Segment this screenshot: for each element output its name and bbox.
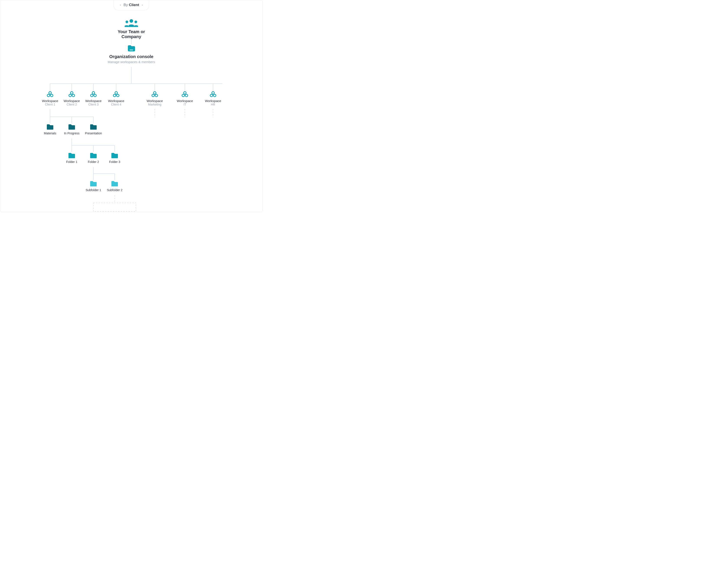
workspace-icon — [90, 91, 97, 97]
folder-icon — [68, 152, 76, 159]
workspace-client2: Workspace Client 2 — [61, 91, 82, 106]
workspace-sub: Client 4 — [111, 103, 121, 106]
workspace-title: Workspace — [177, 99, 193, 103]
workspace-marketing: Workspace Marketing — [144, 91, 165, 106]
workspace-icon — [47, 91, 53, 97]
folder-title: Materials — [44, 132, 56, 135]
folder-subfolder2: Subfolder 2 — [104, 181, 125, 192]
workspace-icon — [113, 91, 119, 97]
org-console-sub: Manage workspaces & members — [108, 60, 155, 64]
workspace-sub: Client 3 — [88, 103, 98, 106]
folder-title: Folder 1 — [66, 160, 77, 164]
folder-folder2: Folder 2 — [84, 152, 103, 164]
dot-icon — [142, 4, 143, 6]
workspace-icon — [182, 91, 188, 97]
folder-materials: Materials — [40, 124, 60, 135]
tab-label: By Client — [123, 3, 139, 7]
folder-folder1: Folder 1 — [62, 152, 81, 164]
folder-icon — [111, 181, 119, 187]
workspace-sub: Marketing — [148, 103, 161, 106]
workspace-icon — [151, 91, 158, 97]
org-console: Organization console Manage workspaces &… — [99, 44, 164, 64]
workspace-title: Workspace — [64, 99, 80, 103]
workspace-sub: IT — [184, 103, 186, 106]
dot-icon — [120, 4, 121, 6]
workspace-hr: Workspace HR — [203, 91, 224, 106]
svg-rect-25 — [93, 203, 136, 211]
folder-title: In Progress — [64, 132, 79, 135]
folder-icon — [111, 152, 119, 159]
folder-title: Folder 2 — [88, 160, 99, 164]
folder-in-progress: In Progress — [62, 124, 81, 135]
folder-icon — [90, 124, 97, 130]
workspace-title: Workspace — [108, 99, 124, 103]
folder-title: Subfolder 1 — [86, 188, 101, 192]
diagram-canvas: .l{stroke:#cfd7e2;stroke-width:1.6;fill:… — [0, 0, 263, 212]
folder-subfolder1: Subfolder 1 — [83, 181, 103, 192]
workspace-sub: HR — [211, 103, 215, 106]
folder-icon — [90, 152, 97, 159]
workspace-title: Workspace — [205, 99, 221, 103]
org-root: Your Team or Company — [110, 19, 153, 39]
workspace-it: Workspace IT — [174, 91, 195, 106]
workspace-title: Workspace — [42, 99, 58, 103]
workspace-client1: Workspace Client 1 — [40, 91, 61, 106]
workspace-title: Workspace — [147, 99, 163, 103]
org-root-title: Your Team or Company — [110, 29, 153, 39]
console-icon — [127, 44, 136, 52]
workspace-sub: Client 2 — [67, 103, 77, 106]
workspace-icon — [69, 91, 75, 97]
workspace-client3: Workspace Client 3 — [83, 91, 104, 106]
team-icon — [124, 19, 139, 27]
folder-folder3: Folder 3 — [105, 152, 124, 164]
workspace-icon — [210, 91, 216, 97]
org-console-title: Organization console — [109, 54, 153, 59]
folder-icon — [68, 124, 76, 130]
workspace-client4: Workspace Client 4 — [106, 91, 126, 106]
workspace-sub: Client 1 — [45, 103, 55, 106]
folder-title: Presentation — [85, 132, 102, 135]
view-tab-by-client[interactable]: By Client — [114, 0, 149, 10]
folder-title: Subfolder 2 — [107, 188, 122, 192]
folder-presentation: Presentation — [83, 124, 104, 135]
workspace-title: Workspace — [86, 99, 102, 103]
folder-icon — [46, 124, 54, 130]
folder-icon — [90, 181, 97, 187]
folder-title: Folder 3 — [109, 160, 120, 164]
